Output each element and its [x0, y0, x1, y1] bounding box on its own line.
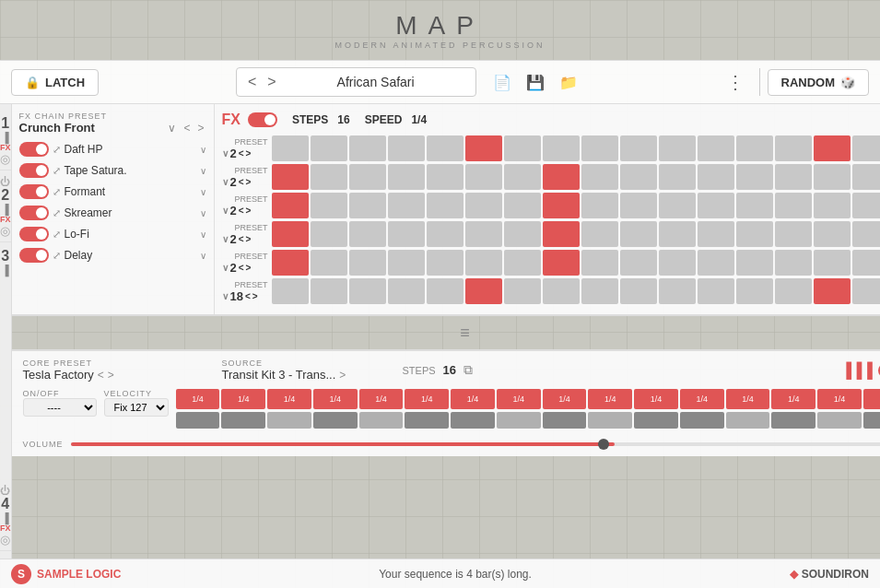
seq-cell[interactable]	[581, 278, 618, 304]
preset-4-dropdown[interactable]: ∨	[222, 234, 229, 244]
vel-cell[interactable]	[680, 412, 724, 429]
save-preset-button[interactable]: 💾	[522, 72, 548, 93]
seq-cell[interactable]	[659, 193, 696, 218]
vel-cell[interactable]	[267, 412, 311, 429]
vel-cell[interactable]	[405, 412, 449, 429]
seq-cell[interactable]	[427, 250, 463, 276]
vel-cell[interactable]	[817, 412, 862, 429]
preset-5-prev[interactable]: <	[239, 263, 244, 273]
vel-cell[interactable]	[221, 412, 265, 429]
seq-cell[interactable]	[543, 278, 580, 304]
seq-cell[interactable]	[814, 221, 851, 247]
fx-item-1-toggle[interactable]	[19, 142, 49, 157]
seq-cell[interactable]	[581, 250, 618, 276]
step-cell[interactable]: 1/4	[680, 389, 724, 409]
preset-2-dropdown[interactable]: ∨	[222, 177, 229, 187]
step-cell[interactable]: 1/4	[726, 389, 770, 409]
fx-item-1-expand-icon[interactable]: ⤢	[53, 144, 61, 156]
source-next[interactable]: >	[339, 369, 346, 382]
seq-cell[interactable]	[620, 164, 657, 190]
seq-cell[interactable]	[852, 221, 880, 247]
fx-item-2-expand-icon[interactable]: ⤢	[53, 165, 61, 177]
preset-6-prev[interactable]: <	[245, 291, 251, 301]
seq-cell[interactable]	[775, 250, 812, 276]
preset-2-prev[interactable]: <	[239, 177, 244, 187]
seq-cell[interactable]	[736, 221, 773, 247]
seq-cell[interactable]	[272, 278, 309, 304]
seq-cell[interactable]	[504, 278, 541, 304]
seq-cell[interactable]	[620, 250, 657, 276]
step-cell[interactable]: 1/4	[588, 389, 632, 409]
seq-cell[interactable]	[349, 164, 386, 190]
velocity-select[interactable]: Fix 127	[104, 398, 169, 417]
seq-cell[interactable]	[852, 164, 880, 190]
vel-cell[interactable]	[313, 412, 358, 429]
fx-item-1-arrow[interactable]: ∨	[200, 145, 206, 155]
core-preset-prev[interactable]: <	[98, 369, 104, 382]
seq-cell[interactable]	[659, 250, 696, 276]
seq-cell[interactable]	[272, 221, 309, 247]
seq-cell[interactable]	[311, 135, 347, 161]
seq-cell[interactable]	[388, 221, 425, 247]
seq-cell[interactable]	[388, 193, 425, 218]
seq-cell[interactable]	[349, 193, 386, 218]
copy-steps-icon[interactable]: ⧉	[463, 362, 473, 378]
step-cell[interactable]: 1/4	[497, 389, 541, 409]
seq-cell[interactable]	[272, 250, 309, 276]
seq-cell[interactable]	[620, 193, 657, 218]
fx-chain-dropdown-icon[interactable]: ∨	[166, 122, 178, 135]
fx-item-4-arrow[interactable]: ∨	[200, 208, 206, 218]
seq-cell[interactable]	[543, 193, 580, 218]
seq-cell[interactable]	[349, 250, 386, 276]
vel-cell[interactable]	[543, 412, 587, 429]
seq-cell[interactable]	[465, 278, 502, 304]
vel-cell[interactable]	[176, 412, 220, 429]
seq-cell[interactable]	[427, 135, 463, 161]
seq-cell[interactable]	[581, 193, 618, 218]
step-cell[interactable]: 1/4	[451, 389, 495, 409]
seq-cell[interactable]	[775, 221, 812, 247]
preset-1-prev[interactable]: ∨	[222, 148, 229, 159]
seq-cell[interactable]	[504, 250, 541, 276]
fx-item-6-toggle[interactable]	[19, 248, 49, 263]
seq-cell[interactable]	[427, 164, 463, 190]
vel-cell[interactable]	[863, 412, 880, 429]
seq-cell[interactable]	[620, 135, 657, 161]
core-preset-next[interactable]: >	[108, 369, 114, 382]
fx-chain-prev-button[interactable]: <	[182, 122, 192, 135]
seq-cell[interactable]	[311, 193, 347, 218]
preset-prev-button[interactable]: <	[244, 72, 260, 92]
seq-cell[interactable]	[814, 250, 851, 276]
preset-next-button[interactable]: >	[264, 72, 279, 92]
step-cell[interactable]: 1/4	[267, 389, 311, 409]
random-button[interactable]: RANDOM 🎲	[768, 69, 870, 96]
seq-cell[interactable]	[349, 135, 386, 161]
fx-item-4-toggle[interactable]	[19, 206, 49, 220]
seq-cell[interactable]	[736, 250, 773, 276]
preset-6-dropdown[interactable]: ∨	[222, 291, 229, 301]
preset-3-prev[interactable]: <	[239, 206, 244, 216]
seq-cell[interactable]	[775, 278, 812, 304]
new-preset-button[interactable]: 📄	[489, 72, 515, 93]
vel-cell[interactable]	[588, 412, 632, 429]
fx-item-3-toggle[interactable]	[19, 184, 49, 199]
seq-cell[interactable]	[581, 135, 618, 161]
seq-cell[interactable]	[427, 221, 463, 247]
seq-cell[interactable]	[427, 278, 463, 304]
seq-cell[interactable]	[659, 135, 696, 161]
seq-cell[interactable]	[659, 221, 696, 247]
seq-cell[interactable]	[620, 221, 657, 247]
seq-cell[interactable]	[543, 135, 580, 161]
fx-item-6-arrow[interactable]: ∨	[200, 251, 206, 261]
seq-cell[interactable]	[427, 193, 463, 218]
seq-cell[interactable]	[698, 193, 734, 218]
preset-6-next[interactable]: >	[252, 291, 258, 301]
seq-cell[interactable]	[465, 164, 502, 190]
seq-cell[interactable]	[504, 221, 541, 247]
step-cell[interactable]: 1/4	[817, 389, 862, 409]
preset-1-nav-next[interactable]: >	[246, 148, 252, 159]
vel-cell[interactable]	[359, 412, 404, 429]
seq-cell[interactable]	[311, 164, 347, 190]
seq-cell[interactable]	[736, 278, 773, 304]
preset-1-nav-prev[interactable]: <	[239, 148, 244, 159]
